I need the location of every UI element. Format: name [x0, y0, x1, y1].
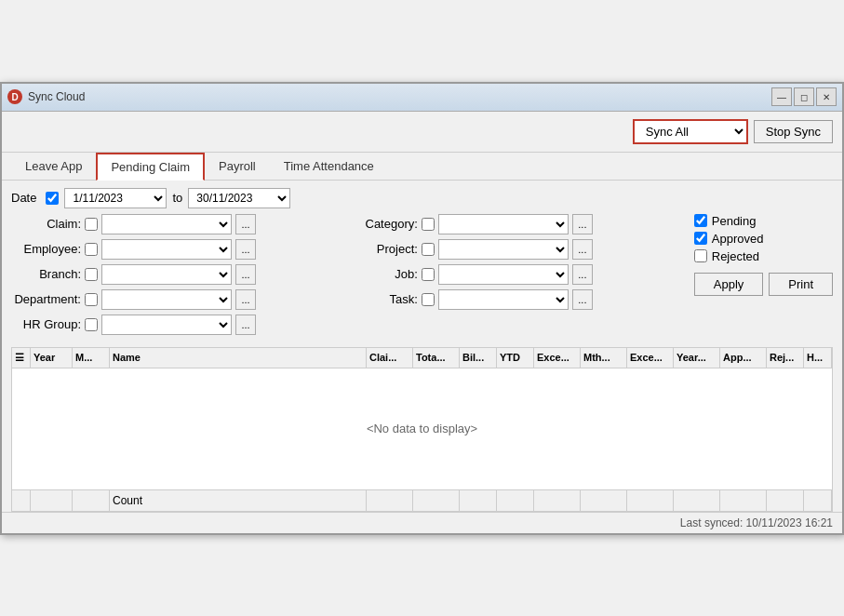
date-from-select[interactable]: 1/11/2023: [64, 188, 167, 208]
project-checkbox[interactable]: [422, 243, 435, 256]
date-checkbox[interactable]: [46, 192, 59, 205]
no-data-message: <No data to display>: [367, 422, 477, 435]
category-label: Category:: [348, 217, 418, 231]
hr-group-browse-button[interactable]: ...: [235, 315, 256, 335]
category-browse-button[interactable]: ...: [572, 214, 593, 234]
date-label: Date: [11, 191, 36, 205]
project-browse-button[interactable]: ...: [572, 239, 593, 260]
minimize-button[interactable]: —: [771, 87, 792, 106]
date-filter-row: Date 1/11/2023 to 30/11/2023: [11, 188, 833, 208]
job-browse-button[interactable]: ...: [572, 264, 593, 285]
main-content: Date 1/11/2023 to 30/11/2023 Claim: ...: [2, 188, 842, 512]
footer-rej: [720, 490, 767, 511]
category-checkbox[interactable]: [422, 218, 435, 231]
toolbar: Sync All Sync Selected Stop Sync: [2, 112, 842, 153]
footer-count: Count: [110, 490, 367, 511]
hr-group-filter-row: HR Group: ...: [11, 315, 348, 335]
footer-ytd: [460, 490, 497, 511]
department-select[interactable]: [101, 289, 232, 310]
date-to-select[interactable]: 30/11/2023: [188, 188, 290, 208]
left-filters: Claim: ... Employee: ... Branch:: [11, 214, 348, 340]
last-synced-text: Last synced: 10/11/2023 16:21: [680, 516, 833, 529]
tab-bar: Leave App Pending Claim Payroll Time Att…: [2, 153, 842, 181]
job-select[interactable]: [438, 264, 569, 285]
project-select[interactable]: [438, 239, 569, 260]
right-filters: Category: ... Project: ... Job:: [348, 214, 685, 340]
rejected-label: Rejected: [712, 249, 759, 263]
col-app: App...: [720, 348, 767, 368]
print-button[interactable]: Print: [769, 273, 833, 296]
stop-sync-button[interactable]: Stop Sync: [754, 120, 833, 143]
footer-exce2: [581, 490, 627, 511]
job-filter-row: Job: ...: [348, 264, 685, 285]
maximize-button[interactable]: ◻: [794, 87, 814, 106]
main-window: D Sync Cloud — ◻ ✕ Sync All Sync Selecte…: [0, 82, 844, 535]
branch-checkbox[interactable]: [85, 268, 98, 281]
task-checkbox[interactable]: [422, 293, 435, 306]
col-mth: Mth...: [581, 348, 627, 368]
table-footer: Count: [12, 489, 832, 511]
category-select[interactable]: [438, 214, 569, 234]
close-button[interactable]: ✕: [816, 87, 837, 106]
footer-exce1: [497, 490, 534, 511]
data-table: ☰ Year M... Name Clai... Tota... Bil... …: [11, 347, 833, 512]
window-controls: — ◻ ✕: [771, 87, 837, 106]
apply-button[interactable]: Apply: [694, 273, 764, 296]
action-buttons: Apply Print: [694, 273, 833, 296]
col-year: Year: [31, 348, 73, 368]
project-label: Project:: [348, 242, 418, 256]
hr-group-select[interactable]: [101, 315, 232, 335]
department-checkbox[interactable]: [85, 293, 98, 306]
employee-checkbox[interactable]: [85, 243, 98, 256]
footer-app: [674, 490, 720, 511]
tab-payroll[interactable]: Payroll: [205, 153, 270, 180]
employee-browse-button[interactable]: ...: [235, 239, 256, 260]
approved-checkbox[interactable]: [694, 232, 707, 245]
claim-label: Claim:: [11, 217, 81, 231]
app-icon: D: [7, 89, 22, 104]
title-bar-left: D Sync Cloud: [7, 89, 85, 104]
footer-icon: [12, 490, 31, 511]
task-browse-button[interactable]: ...: [572, 289, 593, 310]
footer-h: [767, 490, 804, 511]
employee-select[interactable]: [101, 239, 232, 260]
job-checkbox[interactable]: [422, 268, 435, 281]
department-label: Department:: [11, 292, 81, 306]
branch-filter-row: Branch: ...: [11, 264, 348, 285]
employee-filter-row: Employee: ...: [11, 239, 348, 260]
tab-time-attendance[interactable]: Time Attendance: [270, 153, 388, 180]
rejected-status-row: Rejected: [694, 249, 833, 263]
tab-pending-claim[interactable]: Pending Claim: [96, 153, 205, 181]
department-browse-button[interactable]: ...: [235, 289, 256, 310]
date-to-label: to: [172, 191, 182, 205]
branch-label: Branch:: [11, 267, 81, 281]
branch-browse-button[interactable]: ...: [235, 264, 256, 285]
project-filter-row: Project: ...: [348, 239, 685, 260]
title-bar: D Sync Cloud — ◻ ✕: [2, 84, 842, 112]
table-header: ☰ Year M... Name Clai... Tota... Bil... …: [12, 348, 832, 368]
footer-year: [31, 490, 73, 511]
task-label: Task:: [348, 292, 418, 306]
claim-browse-button[interactable]: ...: [235, 214, 256, 234]
tab-leave-app[interactable]: Leave App: [11, 153, 96, 180]
claim-checkbox[interactable]: [85, 218, 98, 231]
pending-status-row: Pending: [694, 214, 833, 228]
branch-select[interactable]: [101, 264, 232, 285]
status-filters: Pending Approved Rejected Apply Print: [685, 214, 833, 340]
task-select[interactable]: [438, 289, 569, 310]
claim-select[interactable]: [101, 214, 232, 234]
task-filter-row: Task: ...: [348, 289, 685, 310]
footer-total: [367, 490, 413, 511]
employee-label: Employee:: [11, 242, 81, 256]
col-icon: ☰: [12, 348, 31, 368]
rejected-checkbox[interactable]: [694, 249, 707, 262]
sync-select[interactable]: Sync All Sync Selected: [635, 121, 746, 142]
hr-group-checkbox[interactable]: [85, 318, 98, 331]
col-ytd: YTD: [497, 348, 534, 368]
col-name: Name: [110, 348, 367, 368]
department-filter-row: Department: ...: [11, 289, 348, 310]
pending-checkbox[interactable]: [694, 214, 707, 227]
col-m: M...: [73, 348, 110, 368]
approved-status-row: Approved: [694, 232, 833, 246]
category-filter-row: Category: ...: [348, 214, 685, 234]
